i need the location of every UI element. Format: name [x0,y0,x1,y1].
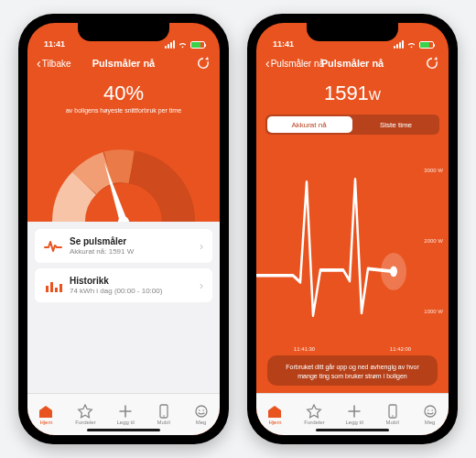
wifi-icon [178,41,188,49]
nav-bar: ‹ Pulsmåler nå Pulsmåler nå [256,49,449,78]
card-title: Historikk [70,276,192,286]
tab-label: Meg [196,420,207,425]
svg-point-14 [392,415,394,417]
segment-now[interactable]: Akkurat nå [265,114,352,135]
svg-point-16 [427,409,429,411]
tab-label: Mobil [157,420,170,425]
svg-rect-5 [60,284,62,292]
segment-hour[interactable]: Siste time [352,114,439,135]
face-icon [422,404,438,419]
back-button[interactable]: ‹ Tilbake [37,57,71,70]
x-ticks: 11:41:30 11:42:00 [256,346,449,352]
phone-gauge: 11:41 ‹ Tilbake Pulsmåler nå 40% av boli… [18,14,229,444]
percent-value: 40% [37,82,211,105]
plus-icon [346,404,362,419]
refresh-icon[interactable] [196,56,211,71]
bar-chart-icon [44,277,62,295]
status-indicators [394,40,434,49]
back-button[interactable]: ‹ Pulsmåler nå [265,57,324,70]
svg-point-9 [199,409,200,411]
page-title: Pulsmåler nå [321,58,384,69]
cellular-icon [394,40,404,49]
cards-area: Se pulsmåler Akkurat nå: 1591 W › Histor… [27,222,220,393]
nav-bar: ‹ Tilbake Pulsmåler nå [27,49,220,78]
svg-point-7 [163,415,165,417]
card-history[interactable]: Historikk 74 kWh i dag (00:00 - 10:00) › [35,268,212,302]
svg-point-10 [202,409,204,411]
mobile-icon [156,404,172,419]
tab-mobil[interactable]: Mobil [156,404,172,425]
hero-gauge: 40% av boligens høyeste snittforbruk per… [27,78,220,222]
watt-unit: W [369,88,381,103]
status-time: 11:41 [44,39,65,49]
tab-label: Legg til [116,420,134,425]
home-indicator [316,429,389,431]
tab-leggtil[interactable]: Legg til [345,404,362,425]
svg-rect-2 [46,286,49,292]
tab-home[interactable]: Hjem [38,404,54,425]
tab-home[interactable]: Hjem [266,404,283,425]
phone-live: 11:41 ‹ Pulsmåler nå Pulsmåler nå 1591W … [247,14,458,444]
svg-rect-4 [55,288,58,292]
tab-meg[interactable]: Meg [422,404,438,425]
wifi-icon [406,41,416,49]
status-time: 11:41 [273,39,294,49]
tab-label: Hjem [39,420,52,425]
tab-label: Legg til [345,420,362,425]
star-icon [306,404,322,419]
pulse-line [256,142,449,355]
svg-point-8 [196,406,207,417]
screen-live: 11:41 ‹ Pulsmåler nå Pulsmåler nå 1591W … [256,23,449,435]
home-icon [266,404,283,419]
home-icon [38,404,54,419]
chevron-right-icon: › [200,240,203,253]
segmented-control[interactable]: Akkurat nå Siste time [265,114,439,135]
page-title: Pulsmåler nå [92,58,155,69]
notch [307,23,398,41]
hero-watt: 1591W [256,78,449,105]
card-live-meter[interactable]: Se pulsmåler Akkurat nå: 1591 W › [35,229,212,263]
svg-point-17 [431,409,433,411]
chevron-left-icon: ‹ [37,57,41,70]
tab-meg[interactable]: Meg [193,404,210,425]
home-indicator [87,429,160,431]
screen-gauge: 11:41 ‹ Tilbake Pulsmåler nå 40% av boli… [27,23,220,435]
svg-point-12 [390,267,397,278]
watt-value: 1591 [324,82,369,104]
face-icon [193,404,210,419]
pulse-icon [44,237,62,256]
battery-icon [419,41,434,49]
card-subtitle: 74 kWh i dag (00:00 - 10:00) [70,287,192,295]
svg-point-15 [425,406,436,417]
tab-label: Fordeler [75,420,95,425]
chevron-left-icon: ‹ [265,57,270,70]
x-tick-a: 11:41:30 [294,346,315,352]
refresh-icon[interactable] [425,56,439,71]
tab-mobil[interactable]: Mobil [384,404,401,425]
tab-label: Hjem [268,420,281,425]
tab-label: Meg [425,420,436,425]
status-indicators [165,40,205,49]
tab-label: Mobil [386,420,399,425]
tab-leggtil[interactable]: Legg til [116,404,134,425]
percent-subtitle: av boligens høyeste snittforbruk per tim… [37,107,211,114]
notch [78,23,169,41]
tip-banner: Forbruket ditt går opp og ned avhengig a… [267,355,438,386]
star-icon [77,404,93,419]
cellular-icon [165,40,175,49]
card-title: Se pulsmåler [70,236,192,246]
battery-icon [190,41,205,49]
svg-rect-3 [50,282,53,292]
card-subtitle: Akkurat nå: 1591 W [70,247,192,256]
tab-fordeler[interactable]: Fordeler [75,404,95,425]
tab-label: Fordeler [304,420,324,425]
mobile-icon [384,404,401,419]
x-tick-b: 11:42:00 [390,346,411,352]
tab-fordeler[interactable]: Fordeler [304,404,324,425]
plus-icon [117,404,134,419]
gauge [37,121,211,222]
chevron-right-icon: › [200,279,203,292]
back-label: Tilbake [42,59,71,69]
live-chart[interactable]: 3000 W 2000 W 1000 W 11:41:30 11:42:00 [256,142,449,355]
back-label: Pulsmåler nå [271,59,324,69]
